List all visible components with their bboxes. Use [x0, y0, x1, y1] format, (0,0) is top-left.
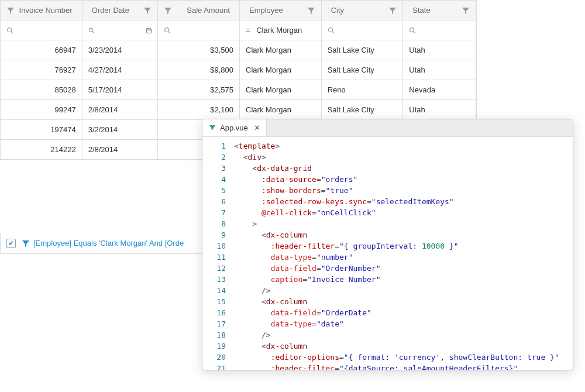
search-icon: [409, 26, 416, 35]
filter-row: =: [1, 20, 476, 40]
line-number: 10: [202, 240, 226, 252]
cell: Salt Lake City: [322, 40, 404, 60]
code-line: :header-filter="{ groupInterval: 10000 }…: [234, 240, 559, 252]
filter-icon[interactable]: [6, 6, 15, 15]
table-row[interactable]: 669473/23/2014$3,500Clark MorganSalt Lak…: [1, 40, 476, 60]
line-number: 9: [202, 229, 226, 240]
tab-label: App.vue: [220, 123, 248, 132]
close-icon[interactable]: ✕: [254, 124, 260, 132]
column-header[interactable]: State: [403, 1, 476, 20]
calendar-icon[interactable]: [146, 26, 152, 35]
cell: 66947: [1, 40, 82, 60]
code-line: @cell-click="onCellClick": [234, 207, 559, 218]
filter-expression[interactable]: [Employee] Equals 'Clark Morgan' And [Or…: [33, 239, 184, 247]
code-line: />: [234, 285, 559, 296]
cell: 99247: [1, 100, 82, 120]
column-label: State: [412, 6, 458, 15]
code-line: <dx-data-grid: [234, 163, 559, 174]
filter-icon[interactable]: [388, 6, 397, 15]
filter-input-city[interactable]: [338, 26, 397, 35]
cell: Salt Lake City: [322, 60, 404, 80]
cell: Clark Morgan: [240, 100, 322, 120]
filter-input-invoice[interactable]: [17, 26, 76, 35]
line-number: 18: [202, 329, 226, 341]
line-number: 12: [202, 263, 226, 274]
column-header[interactable]: Invoice Number: [1, 1, 82, 20]
cell: Utah: [403, 40, 476, 60]
line-number: 7: [202, 207, 226, 218]
line-number: 19: [202, 341, 226, 352]
code-line: :selected-row-keys.sync="selectedItemKey…: [234, 196, 559, 207]
filter-icon[interactable]: [462, 6, 470, 15]
cell: 85028: [1, 80, 82, 100]
column-label: Order Date: [92, 6, 140, 15]
column-header[interactable]: Sale Amount: [158, 1, 240, 20]
column-label: Employee: [249, 6, 304, 15]
code-line: :header-filter="{dataSource: saleAmountH…: [234, 363, 559, 370]
editor-tabbar: App.vue ✕: [202, 119, 573, 137]
filter-cell-city[interactable]: [322, 20, 404, 40]
cell: 214222: [1, 140, 82, 160]
code-line: <div>: [234, 152, 559, 163]
code-area[interactable]: 123456789101112131415161718192021 <templ…: [202, 137, 573, 370]
code-line: />: [234, 329, 559, 341]
column-header[interactable]: Order Date: [82, 1, 159, 20]
column-label: Sale Amount: [176, 6, 230, 15]
filter-input-employee[interactable]: [256, 26, 315, 35]
cell: Utah: [403, 60, 476, 80]
line-gutter: 123456789101112131415161718192021: [202, 137, 232, 370]
cell: 5/17/2014: [82, 80, 159, 100]
cell: 197474: [1, 120, 82, 140]
code-line: data-type="number": [234, 252, 559, 263]
table-row[interactable]: 769274/27/2014$9,800Clark MorganSalt Lak…: [1, 60, 476, 80]
line-number: 3: [202, 163, 226, 174]
cell: $9,800: [158, 60, 240, 80]
cell: $3,500: [158, 40, 240, 60]
cell: Reno: [322, 80, 404, 100]
cell: 76927: [1, 60, 82, 80]
filter-input-state[interactable]: [419, 26, 470, 35]
line-number: 5: [202, 185, 226, 196]
editor-tab[interactable]: App.vue ✕: [202, 119, 267, 136]
cell: 2/8/2014: [82, 140, 159, 160]
code-line: <dx-column: [234, 296, 559, 307]
filter-cell-amount[interactable]: [158, 20, 240, 40]
line-number: 2: [202, 152, 226, 163]
table-row[interactable]: 850285/17/2014$2,575Clark MorganRenoNeva…: [1, 80, 476, 100]
filter-input-date[interactable]: [98, 26, 146, 35]
search-icon: [328, 26, 335, 35]
line-number: 15: [202, 296, 226, 307]
filter-icon[interactable]: [143, 6, 152, 15]
cell: Clark Morgan: [240, 60, 322, 80]
cell: Utah: [403, 100, 476, 120]
cell: Clark Morgan: [240, 80, 322, 100]
line-number: 13: [202, 274, 226, 285]
search-icon: [6, 26, 13, 35]
filter-cell-state[interactable]: [403, 20, 476, 40]
search-icon: [164, 26, 171, 35]
line-number: 21: [202, 363, 226, 370]
line-number: 20: [202, 352, 226, 363]
code-line: caption="Invoice Number": [234, 274, 559, 285]
code-line: :editor-options="{ format: 'currency', s…: [234, 352, 559, 363]
code-body[interactable]: <template> <div> <dx-data-grid :data-sou…: [232, 137, 559, 370]
cell: Salt Lake City: [322, 100, 404, 120]
funnel-icon: [22, 239, 30, 247]
code-editor: App.vue ✕ 123456789101112131415161718192…: [202, 119, 573, 370]
filter-cell-employee[interactable]: =: [240, 20, 322, 40]
filter-cell-date[interactable]: [82, 20, 159, 40]
filter-cell-invoice[interactable]: [1, 20, 82, 40]
search-icon: [88, 26, 95, 35]
column-header[interactable]: Employee: [240, 1, 322, 20]
code-line: >: [234, 218, 559, 229]
filter-icon[interactable]: [307, 6, 315, 15]
filter-input-amount[interactable]: [174, 26, 233, 35]
cell: 3/2/2014: [82, 120, 159, 140]
column-header[interactable]: City: [322, 1, 404, 20]
table-row[interactable]: 992472/8/2014$2,100Clark MorganSalt Lake…: [1, 100, 476, 120]
filter-icon[interactable]: [164, 6, 172, 15]
code-line: data-field="OrderNumber": [234, 263, 559, 274]
filter-enabled-checkbox[interactable]: ✔: [6, 239, 16, 248]
cell: 2/8/2014: [82, 100, 159, 120]
check-icon: ✔: [8, 239, 14, 247]
